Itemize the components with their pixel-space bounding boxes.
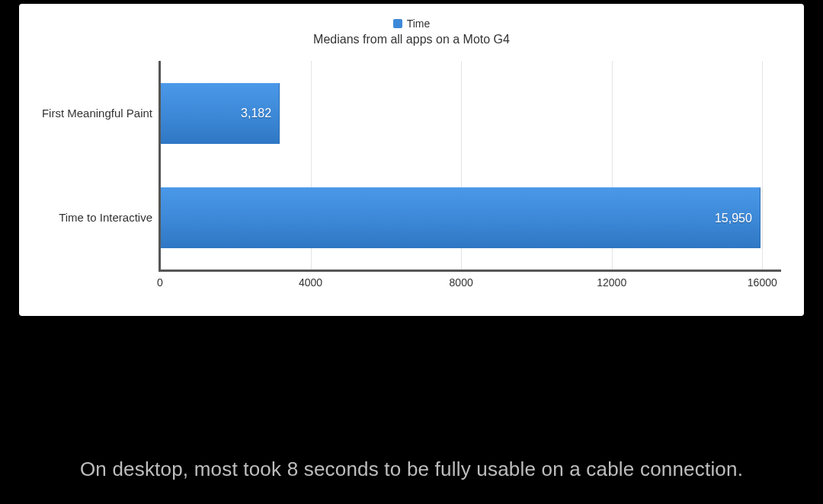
bar: 3,182 (160, 83, 280, 144)
category-label: First Meaningful Paint (0, 107, 152, 120)
chart-legend: Time (19, 18, 804, 30)
plot-area: 3,18215,950 (160, 61, 781, 270)
bar-value-label: 15,950 (715, 212, 752, 225)
legend-series-label: Time (407, 18, 431, 30)
footer-caption: On desktop, most took 8 seconds to be fu… (0, 458, 823, 481)
x-tick-label: 12000 (597, 276, 626, 289)
chart-title: Medians from all apps on a Moto G4 (19, 33, 804, 46)
x-tick-label: 0 (157, 276, 163, 289)
chart-card: Time Medians from all apps on a Moto G4 … (19, 4, 804, 316)
gridline (762, 61, 763, 270)
category-label: Time to Interactive (0, 211, 152, 224)
legend-swatch-icon (393, 19, 402, 28)
x-tick-label: 16000 (748, 276, 777, 289)
x-tick-label: 4000 (299, 276, 322, 289)
x-axis-line (159, 270, 781, 272)
bar-value-label: 3,182 (241, 107, 271, 120)
x-tick-label: 8000 (450, 276, 473, 289)
y-axis-line (159, 61, 161, 270)
bar: 15,950 (160, 187, 761, 248)
